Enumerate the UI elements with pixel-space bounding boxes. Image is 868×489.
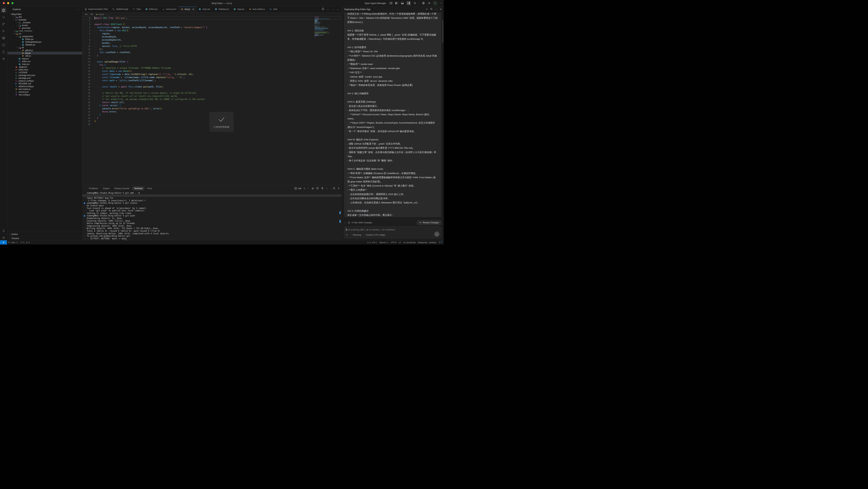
code-line[interactable]: 10secure: true, // Force HTTPS (82, 44, 341, 48)
tree-item-assets[interactable]: assets (7, 24, 82, 27)
tab-close-icon[interactable]: ✕ (192, 8, 194, 10)
tree-item-dist[interactable]: dist (7, 15, 82, 19)
tree-item-index.html[interactable]: </>index.html (7, 68, 82, 71)
search-icon[interactable] (413, 2, 416, 5)
tree-item-post.html[interactable]: </>post.html (7, 27, 82, 30)
close-panel-icon[interactable]: ✕ (338, 187, 340, 190)
breadcrumb-item-oss.js[interactable]: oss.js (99, 13, 104, 15)
code-line[interactable]: 18const date = new Date(); (82, 70, 341, 73)
toggle-left-panel-icon[interactable] (395, 2, 398, 5)
new-conversation-icon[interactable]: + (426, 8, 428, 11)
tree-item-Sidebar.jsx[interactable]: Sidebar.jsx (7, 43, 82, 46)
code-line[interactable]: 13} (82, 54, 341, 57)
code-line[interactable]: 15async uploadImage(file) { (82, 60, 341, 63)
activity-extensions-icon[interactable] (1, 35, 6, 41)
tree-item-README.md[interactable]: M↓README.md (7, 82, 82, 85)
navigate-forward-icon[interactable]: → (332, 8, 334, 10)
code-line[interactable]: 4constructor(region, bucket, accessKeyId… (82, 26, 341, 29)
breadcrumb[interactable]: src›lib›JSoss.js›… (82, 12, 341, 16)
tree-item-.gitignore[interactable]: ◆.gitignore (7, 66, 82, 68)
activity-account-icon[interactable] (1, 228, 6, 233)
remote-indicator[interactable] (0, 240, 7, 244)
sidebar-section-outline[interactable]: Outline (7, 232, 82, 236)
activity-source-control-icon[interactable] (1, 22, 6, 27)
editor-tab-Task[interactable]: Task (130, 6, 143, 12)
window-zoom-button[interactable] (11, 2, 13, 4)
code-line[interactable]: 9bucket, (82, 41, 341, 44)
branch-status[interactable]: main (7, 240, 19, 244)
status-utf-8[interactable]: UTF-8 (390, 241, 398, 243)
attach-button[interactable]: + (346, 233, 348, 236)
code-line[interactable]: 25// Return the URL. If the bucket has a… (82, 92, 341, 95)
tree-item-Blog-Editor[interactable]: Blog-Editor (7, 13, 82, 15)
explorer-more-icon[interactable]: ··· (77, 8, 80, 10)
agent-scrollbar[interactable] (442, 20, 443, 43)
status-javascript[interactable]: {x}JavaScript (402, 241, 416, 243)
breadcrumb-symbols[interactable]: … (107, 13, 109, 15)
tree-item-package-lock.json[interactable]: { }package-lock.json (7, 74, 82, 77)
code-line[interactable]: 11}); (82, 48, 341, 51)
split-terminal-icon[interactable] (316, 187, 319, 190)
tree-item-postcss.config.js[interactable]: ◎postcss.config.js (7, 79, 82, 82)
terminal-profile-chevron-icon[interactable] (307, 187, 309, 190)
tree-item-example[interactable]: example (7, 19, 82, 21)
tree-item-node_modules[interactable]: node_modules (7, 30, 82, 32)
kill-terminal-icon[interactable] (321, 187, 323, 190)
editor-tab-Editor.jsx[interactable]: Editor.jsx (143, 6, 160, 12)
activity-agent-icon[interactable] (1, 56, 6, 61)
code-line[interactable]: 26// but usually result.url or result.re… (82, 95, 341, 98)
history-icon[interactable] (430, 8, 433, 11)
back-icon[interactable]: ← (344, 221, 346, 224)
terminal-output[interactable]: xumeng@Mac-Studio Blog-Editor % git add … (82, 191, 341, 240)
browser-icon[interactable] (422, 2, 425, 5)
window-close-button[interactable] (3, 2, 5, 4)
tree-item-vite.config.js[interactable]: Vvite.config.js (7, 93, 82, 96)
user-message[interactable]: 你现在正在一个叫Blog-Editor的项目中，作为一个资深前端架构师，请帮我生… (344, 12, 441, 217)
code-line[interactable]: 3export class OSSClient { (82, 23, 341, 26)
open-agent-manager-button[interactable]: Open Agent Manager (365, 2, 386, 4)
mode-selector[interactable]: ⌃Planning (350, 234, 361, 236)
toggle-bottom-panel-icon[interactable] (401, 2, 404, 5)
review-changes-button[interactable]: Review Changes (417, 220, 441, 225)
code-line[interactable]: 16try { (82, 63, 341, 66)
status-lf[interactable]: LF (398, 241, 402, 243)
code-line[interactable]: 5this.client = new OSS({ (82, 29, 341, 32)
code-line[interactable]: 29} catch (error) { (82, 104, 341, 107)
activity-settings-icon[interactable] (1, 235, 6, 240)
editor-tab-test-matter.js[interactable]: JStest-matter.js (247, 6, 267, 12)
sidebar-section-timeline[interactable]: Timeline (7, 236, 82, 240)
editor-tab-Sidebar.jsx[interactable]: Sidebar.jsx (213, 6, 231, 12)
code-line[interactable]: 12this.rootPath = rootPath; (82, 51, 341, 54)
tree-item-LICENSE[interactable]: ©LICENSE (7, 71, 82, 74)
minimap[interactable] (315, 17, 331, 38)
code-line[interactable]: 22 (82, 82, 341, 85)
code-line[interactable]: 30console.error("Error uploading to OSS:… (82, 107, 341, 110)
code-line[interactable]: 7accessKeyId, (82, 35, 341, 38)
terminal-tab-problems[interactable]: Problems (87, 186, 100, 191)
tree-item-main.jsx[interactable]: main.jsx (7, 63, 82, 66)
toggle-right-panel-icon[interactable] (407, 1, 411, 5)
editor-tab-oss.js[interactable]: JSoss.js✕ (179, 6, 196, 12)
code-line[interactable]: 20const filename = `${timestamp}-${file.… (82, 76, 341, 79)
agent-close-icon[interactable]: ✕ (440, 8, 442, 10)
tree-item-test-matter.js[interactable]: JStest-matter.js (7, 88, 82, 91)
activity-explorer-icon[interactable] (1, 8, 6, 13)
tree-item-vercel.json[interactable]: ▲vercel.json (7, 91, 82, 93)
problems-status[interactable]: 0 0 (19, 240, 31, 244)
navigate-back-icon[interactable]: ← (327, 8, 329, 10)
editor-tab-Walkthrough[interactable]: Walkthrough (110, 6, 130, 12)
activity-testing-icon[interactable] (1, 49, 6, 55)
editor-tab-App.jsx[interactable]: App.jsx (231, 6, 247, 12)
chat-input[interactable]: Ask anything (⌘L), @ to mention, / for w… (344, 226, 441, 238)
agent-more-icon[interactable]: ⋯ (435, 8, 437, 10)
tree-item-index.css[interactable]: { }index.css (7, 60, 82, 63)
breadcrumb-item-src[interactable]: src (85, 13, 88, 15)
new-terminal-icon[interactable]: + (304, 187, 305, 190)
chevron-down-icon[interactable] (439, 2, 441, 5)
tree-item-utils.js[interactable]: JSutils.js (7, 55, 82, 57)
code-line[interactable]: 27// For simplicity, we assume standard … (82, 98, 341, 101)
status-ln-1-col-1[interactable]: Ln 1, Col 1 (366, 241, 378, 243)
tree-item-src[interactable]: src (7, 32, 82, 35)
editor-tab-main.jsx[interactable]: main.jsx (196, 6, 213, 12)
editor-tab-vercel.json[interactable]: ▲vercel.json (160, 6, 179, 12)
